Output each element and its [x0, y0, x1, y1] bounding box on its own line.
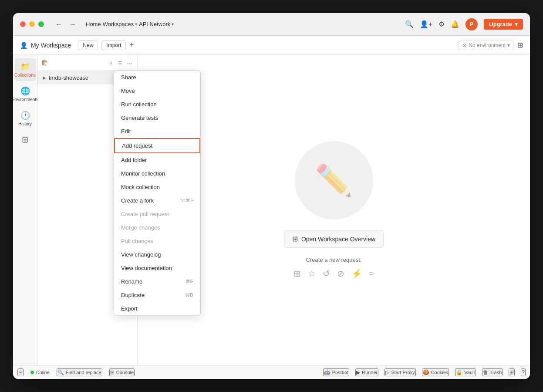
sidebar-item-environments[interactable]: 🌐 Environments	[15, 83, 36, 105]
minimize-button[interactable]	[29, 21, 35, 27]
open-workspace-icon: ⊞	[292, 235, 298, 243]
workspaces-nav[interactable]: Workspaces ▾	[103, 21, 137, 27]
menu-item-add-request[interactable]: Add request	[114, 138, 200, 153]
request-type-websocket[interactable]: ⊘	[337, 268, 344, 279]
collections-header-actions: + ≡ ···	[108, 58, 134, 67]
environments-icon: 🌐	[20, 86, 30, 96]
menu-item-edit[interactable]: Edit	[114, 125, 200, 138]
layout-statusbar-button[interactable]: ⊞	[509, 368, 515, 376]
vault-label: Vault	[464, 370, 475, 375]
online-dot	[30, 371, 34, 374]
collections-label: Collections	[14, 73, 36, 78]
collection-name: tmdb-showcase	[49, 74, 120, 81]
trash-button[interactable]: 🗑 Trash	[482, 368, 503, 376]
runner-icon: ▶	[356, 369, 360, 375]
maximize-button[interactable]	[38, 21, 44, 27]
menu-item-export[interactable]: Export	[114, 302, 200, 315]
runner-button[interactable]: ▶ Runner	[355, 368, 378, 376]
back-button[interactable]: ←	[53, 20, 65, 29]
create-request-label: Create a new request:	[306, 257, 362, 263]
collections-more-button[interactable]: ···	[125, 58, 134, 67]
menu-item-mock-collection[interactable]: Mock collection	[114, 180, 200, 194]
layout-button[interactable]: ⊞	[517, 41, 523, 49]
request-type-grpc[interactable]: ↺	[323, 268, 330, 279]
menu-item-create-fork[interactable]: Create a fork ⌥⌘F	[114, 194, 200, 207]
collections-filter-button[interactable]: ≡	[116, 58, 123, 67]
avatar[interactable]: P	[465, 18, 478, 30]
vault-button[interactable]: 🔒 Vault	[455, 368, 476, 376]
help-icon: ?	[522, 369, 525, 375]
request-type-http[interactable]: ⊞	[293, 268, 301, 279]
trash-icon: 🗑	[483, 369, 488, 375]
api-network-nav[interactable]: API Network ▾	[139, 21, 174, 27]
illustration-icon: ✏️	[315, 162, 353, 198]
start-proxy-label: Start Proxy	[391, 370, 415, 375]
sidebar-item-more[interactable]: ⊞	[15, 132, 36, 148]
request-type-socketio[interactable]: ⚡	[351, 268, 362, 279]
start-proxy-button[interactable]: ▷ Start Proxy	[384, 368, 415, 376]
menu-item-move[interactable]: Move	[114, 84, 200, 98]
cookies-button[interactable]: 🍪 Cookies	[422, 368, 449, 376]
console-button[interactable]: ⊟ Console	[109, 368, 135, 376]
menu-fork-shortcut: ⌥⌘F	[180, 198, 193, 203]
find-replace-button[interactable]: 🔍 Find and replace	[57, 368, 102, 376]
menu-run-label: Run collection	[121, 101, 157, 108]
sidebar-toggle-button[interactable]: ⊟	[17, 368, 24, 376]
menu-pull-request-label: Create pull request	[121, 211, 169, 217]
api-network-label: API Network	[139, 21, 170, 27]
environment-selector[interactable]: ⊘ No environment ▾	[459, 41, 514, 50]
menu-item-monitor-collection[interactable]: Monitor collection	[114, 167, 200, 180]
menu-docs-label: View documentation	[121, 265, 172, 271]
menu-share-label: Share	[121, 74, 136, 81]
import-button[interactable]: Import	[101, 41, 126, 50]
request-type-mqtt[interactable]: ≈	[369, 268, 374, 279]
sidebar-item-history[interactable]: 🕐 History	[15, 107, 36, 130]
menu-mock-label: Mock collection	[121, 184, 160, 190]
new-button[interactable]: New	[78, 41, 98, 50]
settings-button[interactable]: ⚙	[438, 20, 445, 28]
close-button[interactable]	[20, 21, 26, 27]
env-no-env-icon: ⊘	[462, 42, 467, 48]
menu-item-view-changelog[interactable]: View changelog	[114, 248, 200, 261]
menu-item-add-folder[interactable]: Add folder	[114, 153, 200, 167]
menu-rename-shortcut: ⌘E	[185, 279, 193, 284]
collections-add-button[interactable]: +	[108, 58, 115, 67]
upgrade-button[interactable]: Upgrade ▾	[484, 19, 523, 30]
workspaces-chevron-icon: ▾	[135, 22, 137, 27]
help-button[interactable]: ?	[521, 368, 526, 376]
search-button[interactable]: 🔍	[405, 20, 414, 28]
menu-export-label: Export	[121, 305, 138, 312]
upgrade-label: Upgrade	[489, 21, 512, 27]
menu-duplicate-shortcut: ⌘D	[185, 292, 193, 298]
workspaces-label: Workspaces	[103, 21, 134, 27]
menu-item-duplicate[interactable]: Duplicate ⌘D	[114, 288, 200, 302]
proxy-icon: ▷	[385, 369, 389, 375]
menu-item-create-pull-request: Create pull request	[114, 207, 200, 221]
menu-item-share[interactable]: Share	[114, 71, 200, 84]
sidebar-toggle-icon: ⊟	[18, 369, 23, 375]
menu-move-label: Move	[121, 88, 135, 94]
menu-add-request-label: Add request	[122, 142, 152, 149]
traffic-lights	[20, 21, 44, 27]
forward-button[interactable]: →	[67, 20, 79, 29]
console-label: Console	[116, 370, 134, 375]
statusbar-right: 🤖 Postbot ▶ Runner ▷ Start Proxy 🍪 Cooki…	[323, 368, 526, 376]
open-workspace-button[interactable]: ⊞ Open Workspace Overview	[284, 230, 384, 248]
home-nav[interactable]: Home	[86, 21, 101, 27]
menu-item-rename[interactable]: Rename ⌘E	[114, 275, 200, 288]
open-workspace-label: Open Workspace Overview	[301, 236, 375, 243]
sidebar-item-collections[interactable]: 📁 Collections	[15, 58, 36, 81]
notification-button[interactable]: 🔔	[451, 20, 459, 28]
trash-label: Trash	[490, 370, 502, 375]
online-status: Online	[30, 370, 50, 375]
add-tab-button[interactable]: +	[129, 41, 134, 50]
request-type-graphql[interactable]: ☆	[308, 268, 316, 279]
cookies-label: Cookies	[431, 370, 449, 375]
menu-item-generate-tests[interactable]: Generate tests	[114, 111, 200, 125]
menu-item-view-documentation[interactable]: View documentation	[114, 261, 200, 275]
menu-pull-changes-label: Pull changes	[121, 238, 153, 244]
invite-button[interactable]: 👤+	[420, 20, 432, 28]
menu-item-run-collection[interactable]: Run collection	[114, 98, 200, 111]
upgrade-chevron-icon: ▾	[515, 21, 518, 27]
postbot-button[interactable]: 🤖 Postbot	[323, 368, 349, 376]
